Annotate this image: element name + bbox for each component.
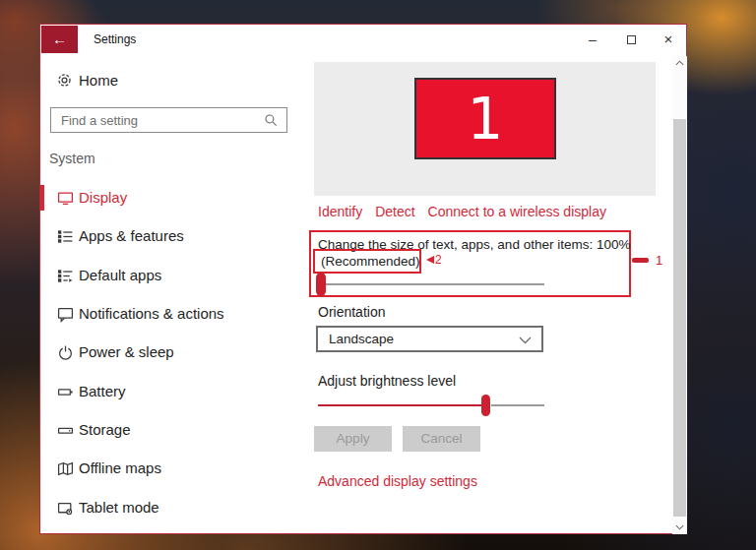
search-box[interactable] — [50, 107, 287, 133]
scroll-down-icon[interactable] — [672, 520, 687, 534]
apps-list-icon — [57, 228, 74, 245]
maximize-button[interactable] — [616, 26, 646, 53]
cancel-button[interactable]: Cancel — [403, 426, 480, 452]
dash-icon — [632, 258, 649, 263]
identify-link[interactable]: Identify — [318, 204, 362, 219]
annotation-callout-1: 1 — [632, 253, 662, 268]
home-label: Home — [79, 72, 118, 89]
sidebar-item-power-sleep[interactable]: Power & sleep — [40, 334, 298, 372]
section-header-system: System — [49, 151, 95, 166]
minimize-icon: – — [589, 31, 597, 47]
brightness-label: Adjust brightness level — [318, 373, 456, 389]
scroll-up-icon[interactable] — [672, 56, 687, 70]
detect-link[interactable]: Detect — [375, 204, 414, 219]
close-icon: × — [664, 31, 673, 47]
brightness-slider-fill[interactable] — [318, 404, 483, 406]
annotation-box-2: (Recommended) — [313, 249, 421, 274]
advanced-display-settings-link[interactable]: Advanced display settings — [318, 473, 477, 489]
orientation-value: Landscape — [329, 332, 394, 346]
sidebar-item-home[interactable]: Home — [40, 68, 296, 97]
chevron-down-icon — [519, 336, 532, 344]
apply-button[interactable]: Apply — [314, 426, 392, 452]
monitor-number: 1 — [468, 86, 504, 153]
sidebar-item-offline-maps[interactable]: Offline maps — [40, 450, 298, 488]
back-arrow-icon: ← — [52, 31, 67, 47]
battery-icon — [57, 384, 74, 400]
sidebar-item-tablet-mode[interactable]: Tablet mode — [40, 489, 298, 527]
orientation-label: Orientation — [318, 304, 385, 320]
scrollbar-thumb[interactable] — [673, 119, 686, 517]
sidebar-item-battery[interactable]: Battery — [40, 373, 298, 411]
monitor-1-preview[interactable]: 1 — [414, 78, 556, 159]
annotation-callout-2: 2 — [426, 253, 442, 267]
sidebar-item-notifications[interactable]: Notifications & actions — [40, 295, 298, 334]
sidebar-item-default-apps[interactable]: Default apps — [40, 257, 298, 295]
map-icon — [57, 460, 74, 477]
sidebar-item-apps-features[interactable]: Apps & features — [40, 217, 298, 256]
brightness-slider[interactable] — [318, 395, 544, 416]
sidebar-item-storage[interactable]: Storage — [40, 411, 298, 450]
display-icon — [57, 190, 74, 207]
settings-window: ← Settings – × Home System — [39, 24, 687, 534]
brightness-slider-thumb[interactable] — [481, 395, 490, 416]
power-icon — [57, 344, 74, 361]
minimize-button[interactable]: – — [578, 26, 607, 53]
sidebar-item-display[interactable]: Display — [40, 179, 298, 217]
arrow-left-icon — [426, 256, 434, 264]
title-bar[interactable]: ← Settings – × — [40, 25, 686, 56]
search-icon[interactable] — [264, 113, 279, 128]
scaling-slider-track[interactable] — [320, 283, 544, 285]
search-input[interactable] — [51, 108, 286, 132]
orientation-dropdown[interactable]: Landscape — [316, 326, 543, 352]
back-button[interactable]: ← — [41, 26, 78, 53]
brightness-slider-track[interactable] — [491, 404, 544, 406]
window-title: Settings — [94, 25, 136, 54]
scaling-label-recommended: (Recommended) — [321, 254, 420, 269]
display-preview-panel: 1 — [314, 62, 656, 196]
default-apps-icon — [57, 268, 74, 284]
callout-1-label: 1 — [656, 253, 662, 268]
notifications-icon — [57, 306, 74, 323]
scrollbar[interactable] — [672, 56, 687, 534]
maximize-icon — [627, 35, 636, 44]
tablet-icon — [57, 500, 74, 517]
gear-icon — [56, 72, 73, 89]
callout-2-label: 2 — [435, 253, 442, 267]
display-action-links: Identify Detect Connect to a wireless di… — [318, 204, 606, 219]
close-button[interactable]: × — [654, 26, 683, 53]
scaling-slider[interactable] — [316, 273, 544, 296]
storage-icon — [57, 422, 74, 439]
wireless-display-link[interactable]: Connect to a wireless display — [428, 204, 606, 219]
scaling-slider-thumb[interactable] — [316, 273, 326, 296]
